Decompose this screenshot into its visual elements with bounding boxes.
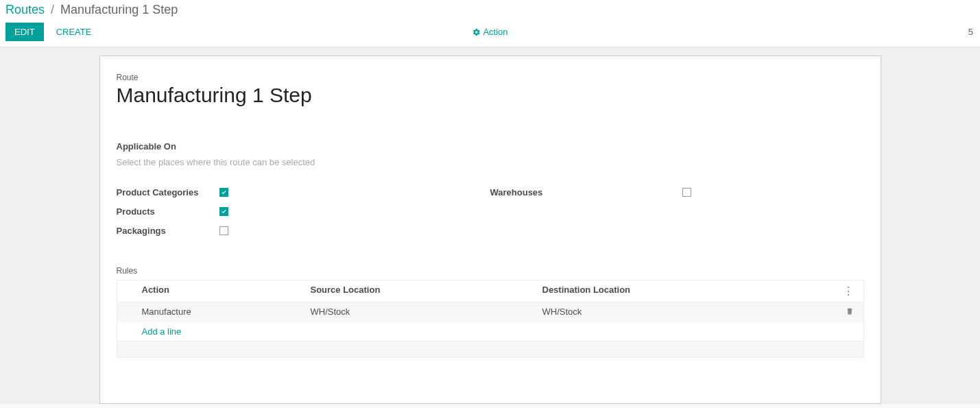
label-packagings: Packagings — [117, 226, 219, 236]
action-label: Action — [483, 27, 507, 37]
label-warehouses: Warehouses — [490, 187, 682, 197]
create-button[interactable]: CREATE — [53, 23, 95, 40]
checkbox-products[interactable] — [219, 207, 228, 216]
rules-header-source: Source Location — [311, 285, 542, 298]
checkbox-product-categories[interactable] — [219, 188, 228, 197]
rule-action: Manufacture — [142, 307, 311, 318]
table-row[interactable]: Manufacture WH/Stock WH/Stock — [117, 302, 863, 322]
label-products: Products — [117, 206, 219, 217]
rules-table: Action Source Location Destination Locat… — [117, 280, 864, 358]
breadcrumb-root-link[interactable]: Routes — [5, 3, 45, 16]
applicable-on-label: Applicable On — [117, 141, 864, 152]
rules-header-action: Action — [142, 285, 311, 298]
breadcrumb-current: Manufacturing 1 Step — [60, 3, 178, 16]
table-footer — [117, 341, 863, 357]
checkbox-warehouses[interactable] — [682, 188, 691, 197]
rules-header-destination: Destination Location — [542, 285, 836, 298]
rules-section-label: Rules — [117, 266, 864, 276]
form-background: Route Manufacturing 1 Step Applicable On… — [0, 47, 980, 404]
applicable-on-desc: Select the places where this route can b… — [117, 157, 864, 167]
kebab-icon[interactable]: ⋮ — [836, 285, 863, 298]
breadcrumb: Routes / Manufacturing 1 Step — [0, 0, 980, 17]
form-sheet: Route Manufacturing 1 Step Applicable On… — [99, 56, 881, 404]
route-field-label: Route — [117, 73, 864, 82]
add-line-link[interactable]: Add a line — [142, 326, 182, 337]
gear-icon — [472, 28, 480, 36]
breadcrumb-separator: / — [51, 3, 54, 16]
edit-button[interactable]: EDIT — [5, 23, 44, 41]
control-panel: EDIT CREATE Action 5 — [0, 17, 980, 47]
route-name: Manufacturing 1 Step — [117, 84, 864, 107]
rule-source: WH/Stock — [311, 307, 542, 318]
trash-icon[interactable] — [836, 307, 863, 318]
checkbox-packagings[interactable] — [219, 226, 228, 235]
pager[interactable]: 5 — [968, 27, 975, 37]
rule-destination: WH/Stock — [542, 307, 836, 318]
action-menu[interactable]: Action — [472, 27, 507, 37]
label-product-categories: Product Categories — [117, 187, 219, 197]
